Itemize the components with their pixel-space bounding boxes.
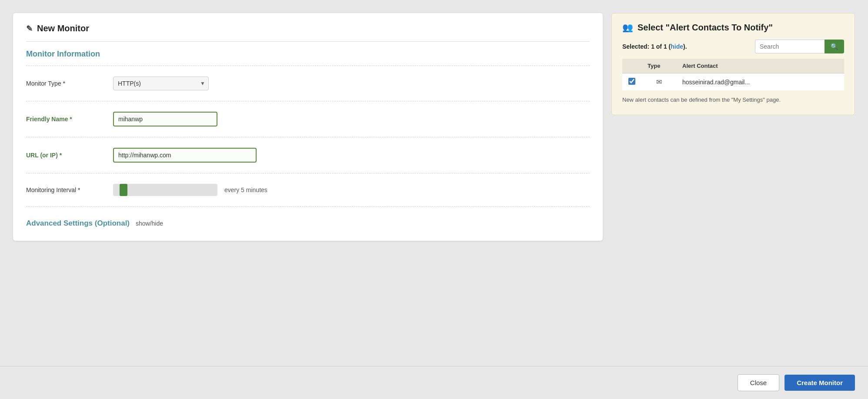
create-monitor-button[interactable]: Create Monitor: [785, 375, 855, 391]
friendly-name-row: Friendly Name *: [26, 107, 590, 131]
selected-count-text: Selected: 1 of 1 (: [622, 43, 671, 50]
right-panel-title: 👥 Select "Alert Contacts To Notify": [622, 22, 844, 33]
monitoring-interval-control: every 5 minutes: [113, 184, 590, 196]
friendly-name-label: Friendly Name *: [26, 116, 113, 123]
new-monitor-title: New Monitor: [37, 23, 89, 33]
people-icon: 👥: [622, 22, 633, 33]
section-divider-5: [26, 206, 590, 207]
row-contact-cell: hosseinirad.rad@gmail...: [676, 73, 844, 91]
checkbox-column-header: [622, 59, 641, 73]
monitor-type-select-wrapper[interactable]: HTTP(s) HTTPS Ping Port Keyword ▼: [113, 76, 209, 90]
email-icon: ✉: [656, 78, 662, 86]
section-divider-1: [26, 66, 590, 66]
friendly-name-input[interactable]: [113, 112, 217, 126]
monitor-information-heading: Monitor Information: [26, 50, 590, 59]
row-type-cell: ✉: [641, 73, 676, 91]
section-divider-3: [26, 137, 590, 137]
title-divider: [26, 41, 590, 42]
search-box: 🔍: [755, 40, 844, 53]
url-control: [113, 148, 590, 163]
table-header: Type Alert Contact: [622, 59, 844, 73]
hide-link[interactable]: hide: [671, 43, 683, 50]
selected-count-suffix: ).: [683, 43, 687, 50]
edit-icon: ✎: [26, 24, 33, 33]
monitor-type-control: HTTP(s) HTTPS Ping Port Keyword ▼: [113, 76, 590, 90]
url-label: URL (or IP) *: [26, 152, 113, 159]
advanced-settings-section: Advanced Settings (Optional) show/hide: [26, 213, 590, 228]
friendly-name-control: [113, 112, 590, 126]
search-input[interactable]: [755, 40, 825, 53]
show-hide-link[interactable]: show/hide: [136, 220, 163, 227]
monitor-type-label: Monitor Type *: [26, 80, 113, 87]
monitoring-interval-label: Monitoring Interval *: [26, 186, 113, 193]
right-panel: 👥 Select "Alert Contacts To Notify" Sele…: [611, 13, 855, 115]
row-checkbox-cell: [622, 73, 641, 91]
left-panel: ✎ New Monitor Monitor Information Monito…: [13, 13, 603, 241]
interval-display: every 5 minutes: [224, 186, 267, 193]
monitor-type-row: Monitor Type * HTTP(s) HTTPS Ping Port K…: [26, 72, 590, 95]
search-icon: 🔍: [831, 43, 838, 50]
contact-checkbox[interactable]: [628, 78, 635, 85]
close-button[interactable]: Close: [738, 374, 779, 391]
monitoring-interval-row: Monitoring Interval * every 5 minutes: [26, 180, 590, 200]
contacts-header: Selected: 1 of 1 (hide). 🔍: [622, 40, 844, 53]
search-button[interactable]: 🔍: [825, 40, 844, 53]
type-column-header: Type: [641, 59, 676, 73]
table-row: ✉ hosseinirad.rad@gmail...: [622, 73, 844, 91]
slider-container: every 5 minutes: [113, 184, 590, 196]
url-input[interactable]: [113, 148, 257, 163]
section-divider-2: [26, 101, 590, 101]
contacts-table: Type Alert Contact ✉ hosseinirad.rad@gma…: [622, 59, 844, 90]
table-body: ✉ hosseinirad.rad@gmail...: [622, 73, 844, 91]
alert-contact-column-header: Alert Contact: [676, 59, 844, 73]
selected-count: Selected: 1 of 1 (hide).: [622, 43, 687, 50]
table-header-row: Type Alert Contact: [622, 59, 844, 73]
url-row: URL (or IP) *: [26, 143, 590, 167]
monitoring-interval-slider[interactable]: [113, 184, 217, 196]
alert-contacts-title: Select "Alert Contacts To Notify": [638, 23, 773, 33]
monitor-type-select[interactable]: HTTP(s) HTTPS Ping Port Keyword: [113, 76, 209, 90]
section-divider-4: [26, 173, 590, 173]
advanced-settings-title: Advanced Settings (Optional): [26, 219, 130, 227]
panel-title: ✎ New Monitor: [26, 23, 590, 33]
info-text: New alert contacts can be defined from t…: [622, 96, 844, 104]
footer: Close Create Monitor: [0, 366, 868, 399]
